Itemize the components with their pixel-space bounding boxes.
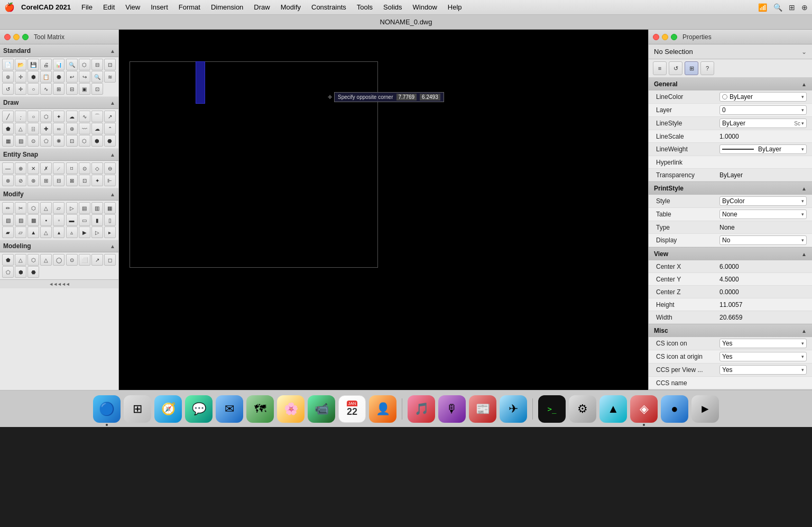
- dock-maps[interactable]: 🗺: [246, 395, 274, 423]
- mod-17[interactable]: ▮: [91, 214, 103, 226]
- mod-9[interactable]: ▦: [104, 202, 116, 214]
- draw-arc[interactable]: ⌒: [91, 111, 103, 122]
- tool-s16[interactable]: ⊟: [66, 83, 78, 95]
- prop-table-value[interactable]: None ▾: [719, 210, 807, 219]
- tool-s7[interactable]: 📋: [40, 71, 52, 83]
- draw-2[interactable]: ∞: [53, 123, 64, 134]
- printstyle-section-header[interactable]: PrintStyle ▲: [649, 182, 812, 195]
- draw-star[interactable]: ✦: [53, 111, 64, 122]
- prop-lineweight-value[interactable]: ByLayer ▾: [719, 144, 807, 154]
- dock-setapp[interactable]: ▲: [599, 395, 627, 423]
- display-dropdown[interactable]: No ▾: [719, 235, 807, 245]
- snap-13[interactable]: ⊞: [40, 175, 52, 186]
- draw-hex[interactable]: ⬡: [79, 135, 90, 147]
- control-center-icon[interactable]: ⊞: [789, 3, 795, 12]
- draw-hatch[interactable]: ⌻: [27, 123, 39, 134]
- mod-25[interactable]: ▶: [79, 226, 90, 238]
- prop-tool-2[interactable]: ↺: [669, 61, 682, 75]
- snap-12[interactable]: ⊛: [27, 175, 39, 186]
- mod-14[interactable]: ▫: [53, 214, 64, 226]
- draw-5[interactable]: ☁: [91, 123, 103, 134]
- tool-find[interactable]: 🔍: [66, 59, 78, 70]
- linecolor-dropdown[interactable]: ByLayer ▾: [719, 92, 807, 102]
- layer-dropdown[interactable]: 0 ▾: [719, 105, 807, 115]
- expand-icon[interactable]: ⊕: [801, 3, 808, 12]
- snap-5[interactable]: ⟋: [53, 162, 64, 174]
- canvas-area[interactable]: ✛ Specify opposite corner 7.7769 6.2493: [119, 30, 648, 390]
- tool-new[interactable]: 📄: [2, 59, 14, 70]
- model-cone[interactable]: △: [40, 254, 52, 266]
- props-max[interactable]: [671, 34, 677, 40]
- menu-tools[interactable]: Tools: [353, 2, 377, 12]
- draw-hex3[interactable]: ⬣: [104, 135, 116, 147]
- model-4[interactable]: ⬠: [2, 266, 14, 278]
- draw-line[interactable]: ╱: [2, 111, 14, 122]
- tool-print-preview[interactable]: 🖨: [40, 59, 52, 70]
- prop-linestyle-value[interactable]: ByLayer Sc ▾: [719, 119, 807, 128]
- draw-grid[interactable]: ▦: [2, 135, 14, 147]
- draw-hatch2[interactable]: ▨: [15, 135, 26, 147]
- dock-news[interactable]: 📰: [469, 395, 496, 423]
- mod-20[interactable]: ▱: [15, 226, 26, 238]
- snap-10[interactable]: ⊗: [2, 175, 14, 186]
- standard-section-header[interactable]: Standard ▲: [0, 44, 118, 57]
- tool-save[interactable]: 💾: [27, 59, 39, 70]
- dock-messages[interactable]: 💬: [185, 395, 213, 423]
- style-dropdown[interactable]: ByColor ▾: [719, 196, 807, 206]
- draw-spline[interactable]: ∿: [79, 111, 90, 122]
- dock-system-prefs[interactable]: ⚙: [569, 395, 596, 423]
- draw-tri[interactable]: △: [15, 123, 26, 134]
- prop-tool-1[interactable]: ≡: [653, 61, 667, 75]
- tool-plot[interactable]: 📊: [53, 59, 64, 70]
- menu-draw[interactable]: Draw: [250, 2, 274, 12]
- close-button[interactable]: [4, 34, 11, 40]
- tool-s17[interactable]: ▣: [79, 83, 90, 95]
- draw-xline[interactable]: ✚: [40, 123, 52, 134]
- menu-format[interactable]: Format: [174, 2, 205, 12]
- tool-s18[interactable]: ⊡: [91, 83, 103, 95]
- draw-wipe[interactable]: ⊡: [66, 135, 78, 147]
- prop-layer-value[interactable]: 0 ▾: [719, 105, 807, 115]
- apple-menu[interactable]: 🍎: [4, 2, 15, 12]
- props-close[interactable]: [653, 34, 659, 40]
- snap-11[interactable]: ⊘: [15, 175, 26, 186]
- dock-corelcad[interactable]: ◈: [630, 395, 658, 423]
- modify-section-header[interactable]: Modify ▲: [0, 188, 118, 201]
- draw-ray[interactable]: ↗: [104, 111, 116, 122]
- menu-solids[interactable]: Solids: [379, 2, 406, 12]
- prop-display-value[interactable]: No ▾: [719, 235, 807, 245]
- menu-insert[interactable]: Insert: [146, 2, 172, 12]
- dock-safari[interactable]: 🧭: [154, 395, 182, 423]
- mod-2[interactable]: ✂: [15, 202, 26, 214]
- snap-9[interactable]: ⊖: [104, 162, 116, 174]
- draw-cloud[interactable]: ☁: [66, 111, 78, 122]
- menu-view[interactable]: View: [121, 2, 144, 12]
- snap-6[interactable]: ⌑: [66, 162, 78, 174]
- prop-cs-icon-on-value[interactable]: Yes ▾: [719, 339, 807, 348]
- mod-1[interactable]: ✏: [2, 202, 14, 214]
- menu-file[interactable]: File: [77, 2, 97, 12]
- snap-14[interactable]: ⊟: [53, 175, 64, 186]
- mod-26[interactable]: ▷: [91, 226, 103, 238]
- tool-s13[interactable]: ○: [27, 83, 39, 95]
- mod-10[interactable]: ▧: [2, 214, 14, 226]
- mod-27[interactable]: ▸: [104, 226, 116, 238]
- tool-redo[interactable]: ↪: [79, 71, 90, 83]
- menu-window[interactable]: Window: [409, 2, 441, 12]
- snap-17[interactable]: ✦: [91, 175, 103, 186]
- dock-mail[interactable]: ✉: [216, 395, 243, 423]
- draw-4[interactable]: 〰: [79, 123, 90, 134]
- dock-contacts[interactable]: 👤: [369, 395, 396, 423]
- model-cylinder[interactable]: ⬡: [27, 254, 39, 266]
- tool-s4[interactable]: ⊕: [2, 71, 14, 83]
- dock-testflight[interactable]: ✈: [500, 395, 527, 423]
- model-3[interactable]: ◻: [104, 254, 116, 266]
- tool-s10[interactable]: ≋: [104, 71, 116, 83]
- prop-ccs-per-view-value[interactable]: Yes ▾: [719, 365, 807, 375]
- tool-s9[interactable]: 🔍: [91, 71, 103, 83]
- draw-rect[interactable]: ⬟: [2, 123, 14, 134]
- cs-icon-at-origin-dropdown[interactable]: Yes ▾: [719, 352, 807, 361]
- snap-18[interactable]: ⊩: [104, 175, 116, 186]
- draw-section-header[interactable]: Draw ▲: [0, 96, 118, 109]
- model-torus[interactable]: ⊙: [66, 254, 78, 266]
